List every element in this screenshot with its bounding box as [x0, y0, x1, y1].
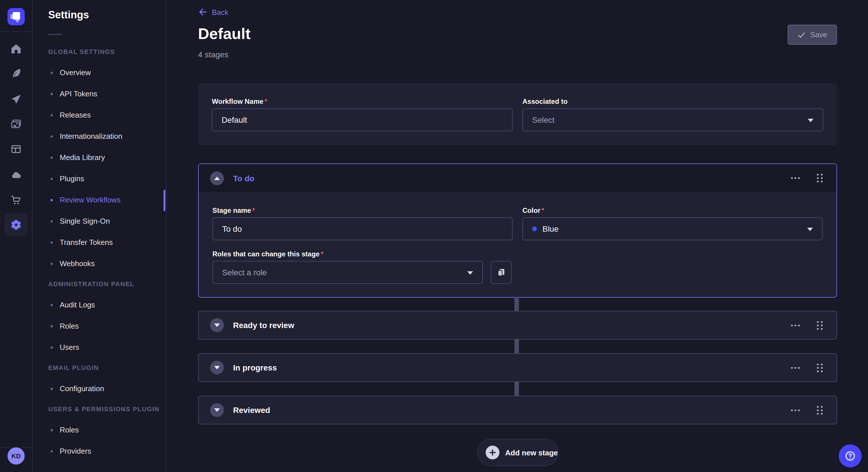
strapi-logo[interactable]: [7, 8, 25, 25]
required-marker: *: [321, 250, 323, 258]
main-area: Back Default 4 stages Save Workflow Name…: [166, 0, 868, 472]
stage-roles-select[interactable]: Select a role: [212, 261, 483, 284]
sidebar-item-single-sign-on[interactable]: Single Sign-On: [33, 210, 166, 232]
color-dot-blue: [532, 227, 537, 231]
sidebar-item-label: Webhooks: [60, 259, 95, 268]
review-workflow-editor-page: KD Settings GLOBAL SETTINGS Overview API…: [0, 0, 868, 472]
sidebar-item-api-tokens[interactable]: API Tokens: [33, 83, 166, 104]
sidebar-item-review-workflows[interactable]: Review Workflows: [33, 189, 166, 210]
expand-stage-button[interactable]: [210, 318, 224, 332]
bullet-icon: [51, 262, 53, 265]
bullet-icon: [51, 135, 53, 137]
stage-color-select[interactable]: Blue: [522, 217, 823, 240]
content-manager-icon[interactable]: [10, 68, 22, 79]
associated-to-placeholder: Select: [532, 115, 555, 125]
duplicate-icon: [497, 268, 506, 277]
icon-rail: KD: [0, 0, 33, 472]
required-marker: *: [252, 206, 255, 214]
sidebar-item-users[interactable]: Users: [33, 337, 166, 358]
drag-handle-icon[interactable]: [815, 361, 825, 374]
deploy-icon[interactable]: [10, 94, 22, 105]
back-link[interactable]: Back: [198, 7, 228, 16]
required-marker: *: [265, 98, 267, 105]
subnav-section-items: Audit Logs Roles Users: [33, 294, 166, 358]
workflow-name-input[interactable]: [212, 108, 513, 131]
subnav-section: USERS & PERMISSIONS PLUGIN Roles Provide…: [33, 405, 166, 462]
stage-menu-button[interactable]: [789, 365, 802, 371]
bullet-icon: [51, 199, 53, 201]
drag-handle-icon[interactable]: [815, 318, 825, 332]
sidebar-item-roles[interactable]: Roles: [33, 419, 166, 440]
user-avatar[interactable]: KD: [7, 447, 25, 465]
content-column: Back Default 4 stages Save Workflow Name…: [198, 0, 837, 472]
sidebar-item-releases[interactable]: Releases: [33, 104, 166, 126]
chevron-down-icon: [214, 324, 220, 327]
subnav-scroll-indicator[interactable]: [164, 190, 165, 211]
workflow-meta-panel: Workflow Name* Associated to Select: [198, 83, 837, 145]
chevron-down-icon: [467, 271, 473, 275]
expand-stage-button[interactable]: [210, 361, 224, 374]
stage-row-in-progress[interactable]: In progress: [198, 353, 837, 382]
sidebar-item-providers[interactable]: Providers: [33, 440, 166, 462]
chevron-up-icon: [214, 176, 220, 180]
sidebar-item-label: Roles: [60, 322, 79, 330]
expand-stage-button[interactable]: [210, 403, 224, 417]
save-label: Save: [810, 30, 827, 39]
sidebar-item-label: Audit Logs: [60, 301, 95, 309]
stage-name-input[interactable]: [212, 217, 513, 240]
check-icon: [798, 31, 806, 39]
sidebar-item-overview[interactable]: Overview: [33, 62, 166, 83]
drag-handle-icon[interactable]: [815, 171, 825, 185]
workflow-name-label: Workflow Name*: [212, 98, 513, 105]
content-type-builder-icon[interactable]: [10, 143, 22, 155]
sidebar-item-label: Media Library: [60, 153, 105, 162]
sidebar-item-plugins[interactable]: Plugins: [33, 168, 166, 189]
sidebar-item-label: Plugins: [60, 174, 84, 183]
stage-row-reviewed[interactable]: Reviewed: [198, 396, 837, 425]
home-icon[interactable]: [10, 43, 22, 55]
stage-count: 4 stages: [198, 50, 228, 59]
help-button[interactable]: [839, 444, 862, 467]
stage-menu-button[interactable]: [789, 175, 802, 181]
sidebar-item-audit-logs[interactable]: Audit Logs: [33, 294, 166, 315]
media-library-icon[interactable]: [10, 119, 22, 130]
sidebar-item-webhooks[interactable]: Webhooks: [33, 253, 166, 274]
cloud-icon[interactable]: [10, 169, 22, 181]
stage-row-ready-to-review[interactable]: Ready to review: [198, 311, 837, 339]
sidebar-item-transfer-tokens[interactable]: Transfer Tokens: [33, 232, 166, 253]
sidebar-item-roles[interactable]: Roles: [33, 315, 166, 337]
associated-to-field: Associated to Select: [522, 98, 823, 131]
stage-body: Stage name* Color* Blue: [198, 192, 836, 284]
subnav-section-items: Overview API Tokens Releases Internation…: [33, 62, 166, 274]
plus-icon: [486, 446, 499, 460]
stage-header[interactable]: To do: [198, 164, 836, 192]
bullet-icon: [51, 156, 53, 159]
stage-title: Reviewed: [233, 405, 270, 415]
marketplace-icon[interactable]: [10, 194, 22, 206]
bullet-icon: [51, 93, 53, 95]
stage-menu-button[interactable]: [789, 322, 802, 328]
settings-subnav: Settings GLOBAL SETTINGS Overview API To…: [33, 0, 166, 472]
sidebar-item-label: API Tokens: [60, 90, 97, 98]
add-new-stage-button[interactable]: Add new stage: [477, 439, 559, 466]
stage-menu-button[interactable]: [789, 407, 802, 413]
sidebar-item-configuration[interactable]: Configuration: [33, 378, 166, 399]
apply-to-all-stages-button[interactable]: [491, 261, 512, 284]
settings-icon[interactable]: [5, 213, 28, 236]
drag-handle-icon[interactable]: [815, 403, 825, 417]
subnav-section-label: EMAIL PLUGIN: [33, 364, 166, 371]
bullet-icon: [51, 304, 53, 306]
bullet-icon: [51, 325, 53, 327]
stage-color-label: Color*: [522, 206, 823, 214]
sidebar-item-media-library[interactable]: Media Library: [33, 147, 166, 168]
stage-name-label: Stage name*: [212, 206, 513, 214]
rail-divider: [0, 32, 32, 32]
save-button[interactable]: Save: [788, 25, 837, 45]
subnav-title: Settings: [48, 9, 89, 21]
collapsed-stages: Ready to review In progress: [198, 311, 837, 438]
back-label: Back: [212, 8, 228, 16]
collapse-stage-button[interactable]: [210, 171, 224, 185]
associated-to-select[interactable]: Select: [522, 108, 823, 131]
sidebar-item-internationalization[interactable]: Internationalization: [33, 126, 166, 147]
sidebar-item-label: Users: [60, 343, 79, 351]
